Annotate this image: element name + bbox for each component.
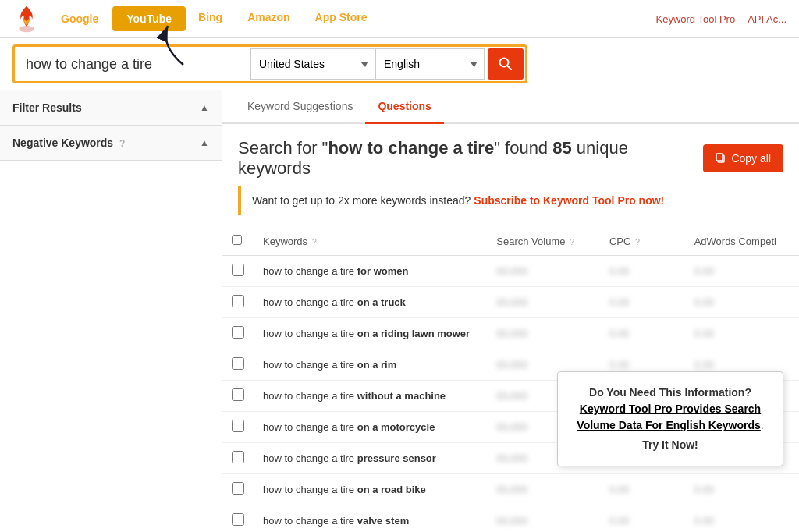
row-checkbox-cell — [222, 318, 254, 349]
volume-cell: 00,000 — [487, 505, 600, 533]
volume-value: 00,000 — [496, 328, 527, 339]
tab-questions[interactable]: Questions — [365, 90, 443, 124]
country-select-wrap: United States United Kingdom Canada Aust… — [250, 48, 375, 80]
keyword-base: how to change a tire — [263, 265, 354, 277]
row-checkbox[interactable] — [232, 420, 244, 432]
row-checkbox[interactable] — [232, 513, 244, 526]
cpc-value: 0.00 — [609, 359, 629, 371]
row-checkbox[interactable] — [232, 295, 244, 307]
col-keywords-header: Keywords ? — [254, 227, 487, 256]
keyword-bold: on a truck — [357, 296, 406, 308]
promo-text: Want to get up to 2x more keywords inste… — [252, 194, 471, 207]
keywords-help-icon: ? — [312, 237, 317, 246]
keyword-cell: how to change a tire pressure sensor — [254, 443, 487, 474]
search-input[interactable] — [16, 50, 250, 79]
results-title: Search for "how to change a tire" found … — [238, 138, 703, 179]
row-checkbox[interactable] — [232, 357, 244, 370]
row-checkbox-cell — [222, 349, 254, 381]
copy-icon — [716, 153, 726, 164]
adwords-value: 0.00 — [694, 515, 714, 527]
adwords-cell: 0.00 — [685, 287, 799, 318]
keyword-base: how to change a tire — [263, 515, 354, 527]
negative-keywords-header[interactable]: Negative Keywords ? ▲ — [0, 126, 222, 160]
adwords-value: 0.00 — [694, 265, 714, 277]
cpc-value: 0.00 — [609, 515, 629, 527]
language-select[interactable]: English Spanish French German — [375, 48, 485, 80]
svg-point-0 — [19, 26, 34, 32]
cpc-help-icon: ? — [635, 237, 640, 246]
negative-keywords-label: Negative Keywords ? — [12, 137, 125, 149]
table-row: how to change a tire on a riding lawn mo… — [222, 318, 799, 349]
header-right: Keyword Tool Pro API Ac... — [655, 13, 787, 25]
filter-chevron-icon: ▲ — [200, 102, 209, 113]
keyword-bold: for women — [357, 265, 409, 277]
filter-results-label: Filter Results — [12, 101, 82, 114]
cpc-value: 0.00 — [609, 484, 629, 495]
keyword-bold: without a machine — [357, 390, 446, 402]
keyword-bold: on a road bike — [357, 484, 426, 495]
volume-help-icon: ? — [570, 237, 574, 246]
search-bar: United States United Kingdom Canada Aust… — [0, 38, 799, 90]
cpc-value: 0.00 — [609, 296, 629, 308]
keyword-base: how to change a tire — [263, 390, 354, 402]
volume-value: 00,000 — [496, 452, 527, 464]
results-header: Search for "how to change a tire" found … — [222, 124, 799, 186]
copy-all-button[interactable]: Copy all — [703, 144, 783, 172]
tooltip-heading: Do You Need This Information? — [589, 386, 751, 399]
adwords-header-label: AdWords Competi — [694, 236, 776, 247]
results-count: 85 — [552, 138, 571, 158]
cpc-cell: 0.00 — [600, 474, 685, 505]
keyword-base: how to change a tire — [263, 421, 354, 433]
adwords-value: 0.00 — [694, 296, 714, 308]
table-row: how to change a tire on a truck 00,000 0… — [222, 287, 799, 318]
promo-link[interactable]: Subscribe to Keyword Tool Pro now! — [474, 194, 664, 207]
logo — [12, 5, 41, 33]
select-all-checkbox[interactable] — [232, 235, 242, 245]
tab-amazon[interactable]: Amazon — [235, 6, 302, 31]
keyword-base: how to change a tire — [263, 328, 354, 339]
volume-cell: 00,000 — [487, 256, 600, 287]
keyword-bold: pressure sensor — [357, 452, 436, 464]
content: Keyword Suggestions Questions Search for… — [222, 90, 799, 532]
content-tabs: Keyword Suggestions Questions — [222, 90, 799, 124]
keyword-cell: how to change a tire valve stem — [254, 505, 487, 533]
adwords-cell: 0.00 — [685, 505, 799, 533]
row-checkbox[interactable] — [232, 482, 244, 495]
language-select-wrap: English Spanish French German — [375, 48, 485, 80]
adwords-cell: 0.00 — [685, 256, 799, 287]
search-button[interactable] — [488, 48, 524, 80]
volume-value: 00,000 — [496, 484, 527, 495]
volume-value: 00,000 — [496, 421, 527, 433]
cpc-cell: 0.00 — [600, 287, 685, 318]
table-row: how to change a tire valve stem 00,000 0… — [222, 505, 799, 533]
row-checkbox-cell — [222, 505, 254, 533]
row-checkbox[interactable] — [232, 264, 244, 276]
volume-value: 00,000 — [496, 296, 527, 308]
filter-results-header[interactable]: Filter Results ▲ — [0, 90, 222, 125]
table-row: how to change a tire on a road bike 00,0… — [222, 474, 799, 505]
keyword-base: how to change a tire — [263, 296, 354, 308]
tab-google[interactable]: Google — [47, 6, 112, 31]
search-container: United States United Kingdom Canada Aust… — [12, 44, 527, 83]
cpc-cell: 0.00 — [600, 256, 685, 287]
tab-keyword-suggestions[interactable]: Keyword Suggestions — [235, 90, 365, 124]
row-checkbox[interactable] — [232, 388, 244, 401]
volume-cell: 00,000 — [487, 287, 600, 318]
keyword-bold: on a riding lawn mower — [357, 328, 470, 339]
row-checkbox[interactable] — [232, 326, 244, 339]
api-link[interactable]: API Ac... — [748, 13, 787, 25]
tooltip-link[interactable]: Keyword Tool Pro Provides Search Volume … — [577, 403, 761, 431]
cpc-value: 0.00 — [609, 265, 629, 277]
row-checkbox[interactable] — [232, 451, 244, 463]
row-checkbox-cell — [222, 412, 254, 443]
country-select[interactable]: United States United Kingdom Canada Aust… — [250, 48, 375, 80]
col-volume-header: Search Volume ? — [487, 227, 600, 256]
adwords-value: 0.00 — [694, 359, 714, 371]
copy-all-label: Copy all — [731, 152, 771, 165]
tab-appstore[interactable]: App Store — [303, 6, 380, 31]
adwords-cell: 0.00 — [685, 318, 799, 349]
keyword-base: how to change a tire — [263, 452, 354, 464]
keyword-cell: how to change a tire on a truck — [254, 287, 487, 318]
keyword-bold: on a motorcycle — [357, 421, 435, 433]
keyword-tool-pro-link[interactable]: Keyword Tool Pro — [655, 13, 735, 25]
